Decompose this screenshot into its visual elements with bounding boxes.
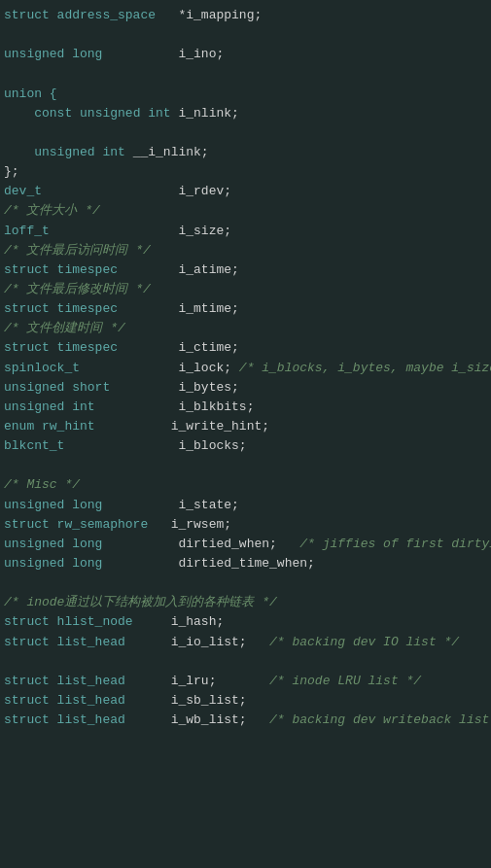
blank-line <box>4 64 485 84</box>
code-token: /* inode通过以下结构被加入到的各种链表 */ <box>4 593 277 612</box>
code-token: struct <box>4 612 57 632</box>
code-token: i_sb_list; <box>125 691 247 711</box>
code-container: struct address_space *i_mapping;unsigned… <box>0 0 491 736</box>
code-line: struct list_head i_io_list; /* backing d… <box>4 633 485 652</box>
code-token: timespec <box>57 260 118 280</box>
code-token: long <box>72 45 102 64</box>
code-line: struct hlist_node i_hash; <box>4 612 485 632</box>
code-token: /* 文件最后访问时间 */ <box>4 241 151 260</box>
code-token: i_blkbits; <box>95 398 255 417</box>
code-token: rw_hint <box>42 417 95 436</box>
code-token: i_write_hint; <box>95 417 269 436</box>
code-token: /* jiffies of first dirtying */ <box>299 535 491 554</box>
code-token: unsigned <box>4 496 72 515</box>
code-token: i_blocks; <box>64 436 246 456</box>
code-line: struct list_head i_sb_list; <box>4 691 485 711</box>
code-line: unsigned short i_bytes; <box>4 378 485 398</box>
code-token: struct <box>4 672 57 691</box>
code-token: /* backing dev writeback list */ <box>269 711 491 730</box>
blank-line <box>4 456 485 475</box>
code-line: /* 文件最后访问时间 */ <box>4 241 485 260</box>
code-token: list_head <box>57 672 125 691</box>
code-line: union { <box>4 85 485 104</box>
code-token: unsigned <box>4 398 72 417</box>
code-token: /* Misc */ <box>4 475 80 495</box>
code-token: long <box>72 554 102 573</box>
code-token: /* backing dev IO list */ <box>269 633 459 652</box>
code-token: i_bytes; <box>110 378 239 398</box>
code-token: i_lru; <box>125 672 269 691</box>
code-line: unsigned long i_state; <box>4 496 485 515</box>
code-token: struct <box>4 515 57 535</box>
code-token: address_space <box>57 6 156 25</box>
code-line: unsigned long i_ino; <box>4 45 485 64</box>
code-line: loff_t i_size; <box>4 222 485 241</box>
code-line: unsigned int __i_nlink; <box>4 143 485 162</box>
code-token: timespec <box>57 299 118 319</box>
code-token: __i_nlink; <box>125 143 209 162</box>
code-token: /* 文件最后修改时间 */ <box>4 280 151 299</box>
code-token: i_rwsem; <box>148 515 231 535</box>
code-token: unsigned <box>4 535 72 554</box>
code-token: rw_semaphore <box>57 515 149 535</box>
code-token: i_ctime; <box>118 338 239 358</box>
code-token: dirtied_time_when; <box>102 554 314 573</box>
code-line: struct timespec i_atime; <box>4 260 485 280</box>
code-token: i_size; <box>50 222 231 241</box>
code-token: union { <box>4 85 57 104</box>
code-line: /* Misc */ <box>4 475 485 495</box>
code-line: struct timespec i_mtime; <box>4 299 485 319</box>
code-token: i_ino; <box>102 45 224 64</box>
code-line: struct rw_semaphore i_rwsem; <box>4 515 485 535</box>
code-token: /* 文件大小 */ <box>4 201 100 221</box>
code-token: int <box>102 143 124 162</box>
code-token: long <box>72 535 102 554</box>
code-token: i_mtime; <box>118 299 239 319</box>
code-token: unsigned <box>4 45 72 64</box>
code-line: dev_t i_rdev; <box>4 182 485 201</box>
code-line: /* 文件创建时间 */ <box>4 319 485 338</box>
code-token: struct <box>4 6 57 25</box>
code-line: unsigned long dirtied_when; /* jiffies o… <box>4 535 485 554</box>
code-token: i_rdev; <box>42 182 231 201</box>
code-token: i_wb_list; <box>125 711 269 730</box>
blank-line <box>4 652 485 672</box>
code-token: spinlock_t <box>4 359 80 378</box>
code-token: struct <box>4 633 57 652</box>
code-line: unsigned int i_blkbits; <box>4 398 485 417</box>
code-token: list_head <box>57 691 125 711</box>
code-token: unsigned <box>34 143 102 162</box>
code-token: list_head <box>57 711 125 730</box>
blank-line <box>4 573 485 593</box>
code-token: timespec <box>57 338 118 358</box>
code-line: enum rw_hint i_write_hint; <box>4 417 485 436</box>
code-token: list_head <box>57 633 125 652</box>
code-token: dev_t <box>4 182 42 201</box>
blank-line <box>4 123 485 143</box>
code-token: enum <box>4 417 42 436</box>
code-token: unsigned <box>4 554 72 573</box>
code-line: /* inode通过以下结构被加入到的各种链表 */ <box>4 593 485 612</box>
code-token: /* i_blocks, i_bytes, maybe i_size */ <box>239 359 491 378</box>
code-token: struct <box>4 260 57 280</box>
code-token: hlist_node <box>57 612 133 632</box>
code-token: *i_mapping; <box>156 6 262 25</box>
code-token: unsigned <box>4 378 72 398</box>
code-token: loff_t <box>4 222 50 241</box>
blank-line <box>4 25 485 45</box>
code-token: i_io_list; <box>125 633 269 652</box>
code-token: i_lock; <box>80 359 239 378</box>
code-token: const <box>34 104 80 123</box>
code-token: struct <box>4 711 57 730</box>
code-line: }; <box>4 162 485 182</box>
code-token: struct <box>4 338 57 358</box>
code-line: struct timespec i_ctime; <box>4 338 485 358</box>
code-token: struct <box>4 691 57 711</box>
indent <box>4 143 34 162</box>
code-token: short <box>72 378 110 398</box>
code-line: spinlock_t i_lock; /* i_blocks, i_bytes,… <box>4 359 485 378</box>
code-token: blkcnt_t <box>4 436 64 456</box>
code-line: struct list_head i_wb_list; /* backing d… <box>4 711 485 730</box>
code-line: blkcnt_t i_blocks; <box>4 436 485 456</box>
code-token: unsigned <box>80 104 148 123</box>
